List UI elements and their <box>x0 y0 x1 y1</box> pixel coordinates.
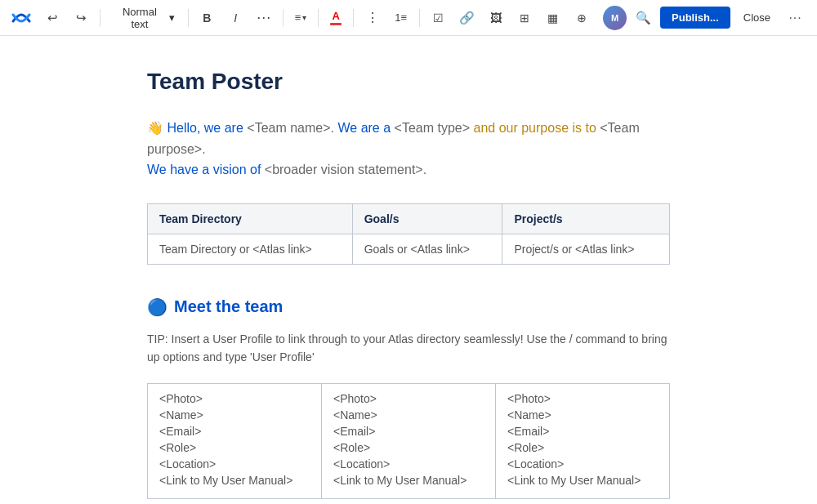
separator-3 <box>283 9 283 27</box>
link-placeholder-2: <Link to My User Manual> <box>333 474 484 487</box>
name-placeholder-2: <Name> <box>333 408 484 421</box>
email-placeholder-2: <Email> <box>333 425 484 438</box>
email-placeholder-3: <Email> <box>507 425 658 438</box>
close-button[interactable]: Close <box>735 7 779 29</box>
intro-purpose-text: and our purpose is to <box>474 121 600 135</box>
location-placeholder-1: <Location> <box>159 457 310 471</box>
photo-placeholder-1: <Photo> <box>159 392 310 405</box>
intro-hello: Hello, we are <box>167 121 247 135</box>
location-placeholder-2: <Location> <box>333 457 484 471</box>
editor-area: Team Poster 👋 Hello, we are <Team name>.… <box>0 36 817 504</box>
tip-text: TIP: Insert a User Profile to link throu… <box>147 330 670 367</box>
undo-button[interactable]: ↩ <box>41 6 65 30</box>
page-title[interactable]: Team Poster <box>147 69 670 95</box>
dir-col-header-1: Team Directory <box>148 203 353 234</box>
bullet-list-button[interactable]: ⋮ <box>360 6 384 30</box>
link-placeholder-3: <Link to My User Manual> <box>507 474 658 487</box>
dir-cell-2: Goals or <Atlas link> <box>352 234 502 264</box>
team-table: <Photo> <Name> <Email> <Role> <Location>… <box>147 383 670 499</box>
photo-placeholder-3: <Photo> <box>507 392 658 405</box>
editor-content: Team Poster 👋 Hello, we are <Team name>.… <box>98 36 719 504</box>
role-placeholder-1: <Role> <box>159 441 310 454</box>
intro-emoji: 👋 <box>147 121 163 135</box>
link-button[interactable]: 🔗 <box>455 6 479 30</box>
search-button[interactable]: 🔍 <box>632 6 655 30</box>
team-cell-3: <Photo> <Name> <Email> <Role> <Location>… <box>496 383 670 498</box>
meet-heading-text: Meet the team <box>174 297 283 316</box>
bold-button[interactable]: B <box>195 6 219 30</box>
action-button[interactable]: ☑ <box>426 6 450 30</box>
more-insert-button[interactable]: ⊕ <box>569 6 593 30</box>
directory-table: Team Directory Goal/s Project/s Team Dir… <box>147 203 670 265</box>
text-color-icon: A <box>333 10 340 22</box>
search-icon: 🔍 <box>636 11 651 25</box>
text-style-label: Normal text <box>114 6 166 30</box>
color-bar <box>330 23 342 25</box>
numbered-list-button[interactable]: 1≡ <box>389 6 413 30</box>
chevron-down-icon: ▾ <box>169 11 175 24</box>
more-formatting-button[interactable]: ··· <box>252 6 276 30</box>
media-button[interactable]: 🖼 <box>484 6 507 30</box>
email-placeholder-1: <Email> <box>159 425 310 438</box>
link-placeholder-1: <Link to My User Manual> <box>159 474 310 487</box>
align-chevron-icon: ▾ <box>302 13 306 22</box>
separator-5 <box>353 9 354 27</box>
role-placeholder-3: <Role> <box>507 441 658 454</box>
separator-1 <box>100 9 100 27</box>
separator-6 <box>419 9 420 27</box>
table-row: Team Directory or <Atlas link> Goals or … <box>148 234 670 264</box>
more-options-button[interactable]: ··· <box>784 6 807 30</box>
location-placeholder-3: <Location> <box>507 457 658 471</box>
text-style-dropdown[interactable]: Normal text ▾ <box>107 2 181 33</box>
intro-team-name-placeholder: <Team name>. <box>247 121 334 135</box>
name-placeholder-1: <Name> <box>159 408 310 421</box>
name-placeholder-3: <Name> <box>507 408 658 421</box>
dir-cell-1: Team Directory or <Atlas link> <box>148 234 353 264</box>
italic-button[interactable]: I <box>224 6 248 30</box>
align-button[interactable]: ≡ ▾ <box>290 6 312 30</box>
table-row: <Photo> <Name> <Email> <Role> <Location>… <box>148 383 670 498</box>
team-cell-1: <Photo> <Name> <Email> <Role> <Location>… <box>148 383 322 498</box>
meet-emoji: 🔵 <box>147 297 167 317</box>
intro-team-type-placeholder: <Team type> <box>395 121 471 135</box>
dir-col-header-2: Goal/s <box>352 203 502 234</box>
dir-cell-3: Project/s or <Atlas link> <box>502 234 670 264</box>
redo-button[interactable]: ↪ <box>69 6 93 30</box>
align-icon: ≡ <box>295 11 301 24</box>
meet-section-heading: 🔵 Meet the team <box>147 297 670 317</box>
more-icon: ··· <box>788 11 801 25</box>
intro-we-are: We are a <box>337 121 394 135</box>
photo-placeholder-2: <Photo> <box>333 392 484 405</box>
separator-2 <box>188 9 189 27</box>
text-color-button[interactable]: A <box>325 6 346 30</box>
dir-col-header-3: Project/s <box>502 203 670 234</box>
toolbar: ↩ ↪ Normal text ▾ B I ··· ≡ ▾ A ⋮ 1≡ ☑ 🔗… <box>0 0 817 36</box>
team-cell-2: <Photo> <Name> <Email> <Role> <Location>… <box>322 383 496 498</box>
role-placeholder-2: <Role> <box>333 441 484 454</box>
avatar: M <box>603 6 627 30</box>
layout-button[interactable]: ▦ <box>541 6 565 30</box>
separator-4 <box>318 9 319 27</box>
intro-vision-text: We have a vision of <box>147 163 265 176</box>
intro-vision-placeholder: <broader vision statement>. <box>265 163 426 176</box>
confluence-logo[interactable] <box>10 7 33 29</box>
table-button[interactable]: ⊞ <box>512 6 536 30</box>
publish-button[interactable]: Publish... <box>660 7 730 29</box>
intro-paragraph: 👋 Hello, we are <Team name>. We are a <T… <box>147 118 670 181</box>
